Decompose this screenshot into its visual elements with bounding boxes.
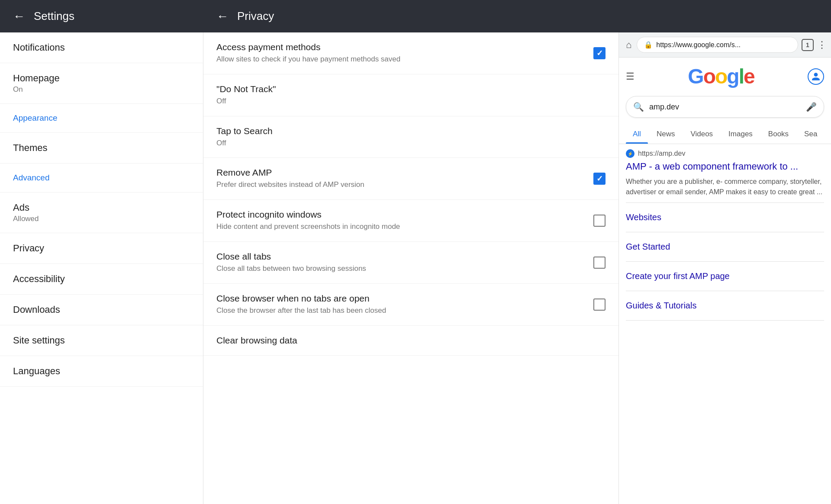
privacy-header: ← Privacy xyxy=(203,10,831,23)
privacy-panel: Access payment methods Allow sites to ch… xyxy=(203,32,619,504)
privacy-item-tap-to-search[interactable]: Tap to Search Off xyxy=(203,116,618,158)
settings-item-site-settings[interactable]: Site settings xyxy=(0,325,203,356)
settings-item-privacy[interactable]: Privacy xyxy=(0,233,203,264)
settings-category-appearance: Appearance xyxy=(0,104,203,133)
result-divider-5 xyxy=(626,320,824,321)
privacy-item-do-not-track[interactable]: "Do Not Track" Off xyxy=(203,74,618,116)
checkbox-protect-incognito[interactable] xyxy=(593,215,606,227)
result-divider-4 xyxy=(626,291,824,291)
settings-back-button[interactable]: ← xyxy=(13,10,25,23)
google-content: ☰ Google 🔍 amp.dev 🎤 All News Videos Ima… xyxy=(619,58,831,331)
result-description: Whether you are a publisher, e- commerce… xyxy=(626,177,824,197)
privacy-item-close-all-tabs[interactable]: Close all tabs Close all tabs between tw… xyxy=(203,242,618,284)
settings-header: ← Settings xyxy=(0,10,203,23)
settings-item-themes[interactable]: Themes xyxy=(0,133,203,164)
search-query-text: amp.dev xyxy=(649,103,801,112)
browser-bar: ⌂ 🔒 https://www.google.com/s... 1 ⋮ xyxy=(619,32,831,58)
privacy-item-remove-amp[interactable]: Remove AMP Prefer direct websites instea… xyxy=(203,158,618,200)
google-top-bar: ☰ Google xyxy=(619,58,831,93)
header-bar: ← Settings ← Privacy xyxy=(0,0,831,32)
settings-item-downloads[interactable]: Downloads xyxy=(0,295,203,325)
checkbox-remove-amp[interactable] xyxy=(593,173,606,185)
privacy-item-clear-browsing[interactable]: Clear browsing data xyxy=(203,326,618,356)
checkbox-close-all-tabs[interactable] xyxy=(593,257,606,269)
settings-item-homepage[interactable]: Homepage On xyxy=(0,63,203,104)
result-link-websites[interactable]: Websites xyxy=(626,208,824,227)
settings-item-accessibility[interactable]: Accessibility xyxy=(0,264,203,295)
privacy-title: Privacy xyxy=(237,10,274,23)
search-icon: 🔍 xyxy=(633,102,644,112)
settings-item-notifications[interactable]: Notifications xyxy=(0,32,203,63)
result-divider-2 xyxy=(626,232,824,232)
lock-icon: 🔒 xyxy=(644,41,653,49)
privacy-item-payment-methods[interactable]: Access payment methods Allow sites to ch… xyxy=(203,32,618,74)
tab-news[interactable]: News xyxy=(650,125,682,144)
tab-all[interactable]: All xyxy=(626,125,648,144)
tab-images[interactable]: Images xyxy=(721,125,760,144)
tab-videos[interactable]: Videos xyxy=(683,125,720,144)
settings-item-languages[interactable]: Languages xyxy=(0,356,203,387)
privacy-item-close-no-tabs[interactable]: Close browser when no tabs are open Clos… xyxy=(203,284,618,326)
result-link-create-first[interactable]: Create your first AMP page xyxy=(626,267,824,286)
result-divider-3 xyxy=(626,261,824,262)
microphone-icon[interactable]: 🎤 xyxy=(806,102,817,112)
google-account-icon[interactable] xyxy=(808,68,824,85)
result-title[interactable]: AMP - a web component framework to ... xyxy=(626,161,824,173)
google-search-bar[interactable]: 🔍 amp.dev 🎤 xyxy=(626,96,824,118)
google-panel: ⌂ 🔒 https://www.google.com/s... 1 ⋮ ☰ Go… xyxy=(619,32,831,504)
browser-url-text: https://www.google.com/s... xyxy=(656,41,791,49)
settings-category-advanced: Advanced xyxy=(0,164,203,193)
browser-menu-button[interactable]: ⋮ xyxy=(817,39,826,51)
browser-url-bar[interactable]: 🔒 https://www.google.com/s... xyxy=(637,37,798,53)
search-tabs: All News Videos Images Books Sea xyxy=(619,125,831,144)
settings-sidebar: Notifications Homepage On Appearance The… xyxy=(0,32,203,504)
privacy-back-button[interactable]: ← xyxy=(216,10,229,23)
settings-item-ads[interactable]: Ads Allowed xyxy=(0,193,203,233)
result-divider-1 xyxy=(626,202,824,203)
checkbox-payment-methods[interactable] xyxy=(593,47,606,59)
hamburger-menu-icon[interactable]: ☰ xyxy=(626,71,635,82)
checkbox-close-no-tabs[interactable] xyxy=(593,299,606,311)
main-content: Notifications Homepage On Appearance The… xyxy=(0,32,831,504)
result-link-guides[interactable]: Guides & Tutorials xyxy=(626,296,824,315)
tab-sea[interactable]: Sea xyxy=(797,125,824,144)
result-favicon: ⚡ xyxy=(626,149,635,158)
google-logo: Google xyxy=(688,64,754,88)
browser-home-button[interactable]: ⌂ xyxy=(624,38,633,52)
privacy-item-protect-incognito[interactable]: Protect incognito windows Hide content a… xyxy=(203,200,618,242)
tab-books[interactable]: Books xyxy=(761,125,796,144)
search-results: ⚡ https://amp.dev AMP - a web component … xyxy=(619,144,831,331)
result-link-get-started[interactable]: Get Started xyxy=(626,238,824,256)
settings-title: Settings xyxy=(34,10,74,23)
tab-counter[interactable]: 1 xyxy=(802,39,814,51)
result-url-line: ⚡ https://amp.dev xyxy=(626,149,824,158)
result-url: https://amp.dev xyxy=(638,150,685,157)
